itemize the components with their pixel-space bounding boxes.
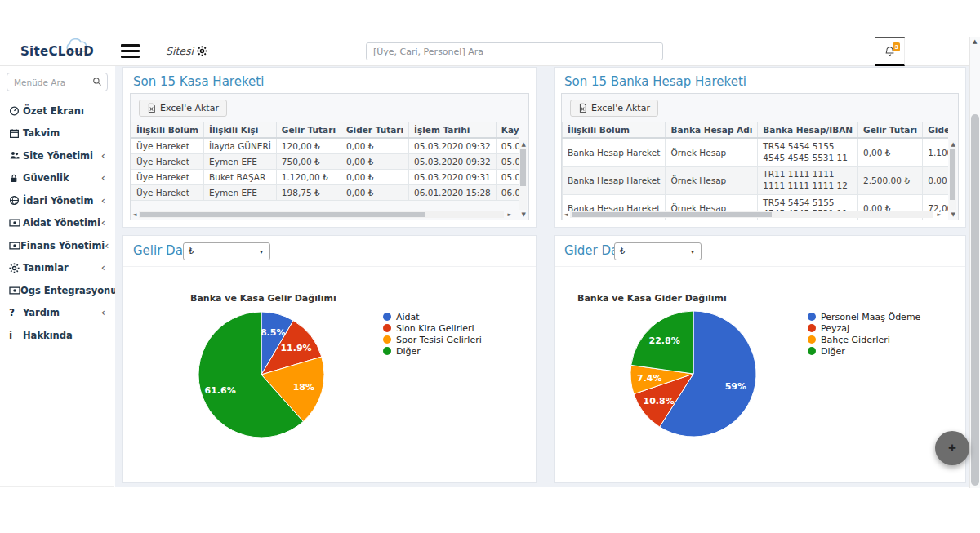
sidebar-menu: Özet Ekranı Takvim Site Yönetimi ‹ Güve <box>0 100 114 347</box>
menu-toggle-button[interactable] <box>121 44 140 58</box>
scroll-up-icon[interactable]: ▲ <box>951 141 956 148</box>
legend-item: Aidat <box>383 311 482 322</box>
question-icon: ? <box>9 307 23 318</box>
logo-text: SiteCLouD <box>20 44 94 59</box>
excel-icon <box>147 103 156 113</box>
banka-table-box: Excel'e Aktar İlişkili Bölüm Banka Hesap… <box>561 93 959 220</box>
currency-select[interactable]: ₺ ▾ <box>183 242 270 260</box>
svg-text:10.8%: 10.8% <box>644 396 675 406</box>
chevron-down-icon: ▾ <box>260 248 263 255</box>
site-settings-gear-icon[interactable] <box>197 46 207 56</box>
sidebar-item-finans-yonetimi[interactable]: Finans Yönetimi ‹ <box>0 234 114 257</box>
gelir-pie-chart[interactable]: 8.5%11.9%18%61.6% <box>192 305 331 444</box>
money-icon <box>9 241 20 251</box>
app-window: SiteCLouD Sitesi 3 <box>0 0 980 533</box>
export-excel-button[interactable]: Excel'e Aktar <box>139 100 227 117</box>
logo[interactable]: SiteCLouD <box>0 37 114 66</box>
chart-legend: Personel Maaş Ödeme Peyzaj Bahçe Giderle… <box>808 311 920 357</box>
sidebar-item-aidat-yonetimi[interactable]: Aidat Yönetimi ‹ <box>0 212 114 235</box>
kasa-panel: Son 15 Kasa Hareketi Excel'e Aktar <box>122 67 537 228</box>
legend-item: Personel Maaş Ödeme <box>808 311 920 322</box>
chart-title: Banka ve Kasa Gider Dağılımı <box>577 293 727 304</box>
scroll-down-icon[interactable]: ▼ <box>951 211 956 218</box>
sidebar-item-hakkinda[interactable]: i Hakkında <box>0 324 114 347</box>
kasa-table-box: Excel'e Aktar İlişkili Bölüm İlişkili Ki… <box>130 93 529 220</box>
legend-dot <box>808 324 816 332</box>
topbar: SiteCLouD Sitesi 3 <box>0 37 980 66</box>
legend-dot <box>383 335 391 344</box>
vertical-scrollbar[interactable] <box>519 140 527 210</box>
money-icon <box>9 218 23 228</box>
sidebar-item-ozet-ekrani[interactable]: Özet Ekranı <box>0 100 114 122</box>
svg-text:8.5%: 8.5% <box>261 327 286 338</box>
table-header-row: İlişkili Bölüm Banka Hesap Adı Banka Hes… <box>563 122 949 139</box>
svg-text:11.9%: 11.9% <box>280 343 311 353</box>
site-name: Sitesi <box>166 45 207 57</box>
global-search-input[interactable] <box>366 42 663 60</box>
sidebar-item-yardim[interactable]: ? Yardım ‹ <box>0 302 114 325</box>
gider-panel: Gider Dağılımı ₺ ▾ Banka ve Kasa Gider D… <box>554 235 966 483</box>
gear-icon <box>9 263 23 273</box>
search-icon <box>92 77 102 87</box>
legend-item: Slon Kira Gelirleri <box>383 322 482 334</box>
scroll-down-icon[interactable]: ▼ <box>522 211 526 218</box>
sidebar-item-takvim[interactable]: Takvim <box>0 122 114 145</box>
add-button[interactable]: + <box>935 431 969 465</box>
currency-select[interactable]: ₺ ▾ <box>614 242 702 260</box>
page-scrollbar[interactable]: ▲ <box>969 37 980 488</box>
scroll-left-icon[interactable]: ◄ <box>564 211 568 218</box>
table-row: Banka Hesap HareketÖrnek HesapTR11 1111 … <box>563 167 949 194</box>
users-icon <box>9 150 23 161</box>
sidebar-item-tanimlar[interactable]: Tanımlar ‹ <box>0 257 114 280</box>
chevron-left-icon: ‹ <box>101 264 105 272</box>
calendar-icon <box>9 128 23 139</box>
chevron-left-icon: ‹ <box>101 174 105 182</box>
legend-item: Peyzaj <box>808 322 920 334</box>
sidebar-item-guvenlik[interactable]: Güvenlik ‹ <box>0 167 114 190</box>
sidebar-item-idari-yonetim[interactable]: İdari Yönetim ‹ <box>0 189 114 212</box>
banka-table: İlişkili Bölüm Banka Hesap Adı Banka Hes… <box>562 122 948 220</box>
legend-dot <box>383 347 391 355</box>
vertical-scrollbar[interactable] <box>949 140 956 210</box>
plus-icon: + <box>948 440 956 455</box>
legend-item: Diğer <box>383 345 482 357</box>
svg-text:61.6%: 61.6% <box>205 385 236 396</box>
sidebar-item-ogs-entegrasyonu[interactable]: Ogs Entegrasyonu ‹ <box>0 279 114 302</box>
globe-icon <box>9 195 23 206</box>
table-row: Üye HareketBuket BAŞAR1.120,00 ₺0,00 ₺05… <box>131 170 519 185</box>
export-excel-button[interactable]: Excel'e Aktar <box>570 100 658 117</box>
chevron-left-icon: ‹ <box>101 309 105 317</box>
scroll-right-icon[interactable]: ► <box>938 211 942 218</box>
scrollbar-thumb[interactable] <box>971 114 979 486</box>
horizontal-scrollbar[interactable] <box>139 211 504 218</box>
notifications-button[interactable]: 3 <box>875 37 905 66</box>
chevron-left-icon: ‹ <box>101 197 105 205</box>
table-header-row: İlişkili Bölüm İlişkili Kişi Gelir Tutar… <box>131 122 519 139</box>
lock-icon <box>9 173 23 184</box>
info-icon: i <box>9 330 23 341</box>
table-row: Üye HareketEymen EFE198,75 ₺0,00 ₺06.01.… <box>131 185 519 201</box>
legend-dot <box>808 335 816 344</box>
scroll-up-icon[interactable]: ▲ <box>522 141 526 148</box>
svg-text:7.4%: 7.4% <box>637 373 662 384</box>
sidebar-item-site-yonetimi[interactable]: Site Yönetimi ‹ <box>0 144 114 167</box>
kasa-table: İlişkili Bölüm İlişkili Kişi Gelir Tutar… <box>131 122 519 201</box>
legend-dot <box>808 313 816 321</box>
horizontal-scrollbar[interactable] <box>570 211 933 218</box>
banka-panel: Son 15 Banka Hesap Hareketi Excel'e Akta… <box>554 67 966 228</box>
table-row: Banka Hesap HareketÖrnek HesapTR54 5454 … <box>563 138 949 167</box>
money-icon <box>9 286 20 295</box>
legend-item: Bahçe Giderleri <box>808 334 920 345</box>
svg-text:18%: 18% <box>293 382 314 393</box>
legend-dot <box>383 313 391 321</box>
kasa-panel-title: Son 15 Kasa Hareketi <box>123 68 536 89</box>
gauge-icon <box>9 105 23 116</box>
legend-dot <box>383 324 391 332</box>
gider-pie-chart[interactable]: 59%10.8%7.4%22.8% <box>624 304 763 443</box>
gelir-panel: Gelir Dağılımı ₺ ▾ Banka ve Kasa Gelir D… <box>122 235 537 483</box>
scroll-right-icon[interactable]: ► <box>508 211 512 218</box>
banka-panel-title: Son 15 Banka Hesap Hareketi <box>555 68 965 89</box>
table-row: Üye HareketEymen EFE750,00 ₺0,00 ₺05.03.… <box>131 154 519 170</box>
scroll-up-icon[interactable]: ▲ <box>973 38 977 45</box>
scroll-left-icon[interactable]: ◄ <box>132 211 136 218</box>
